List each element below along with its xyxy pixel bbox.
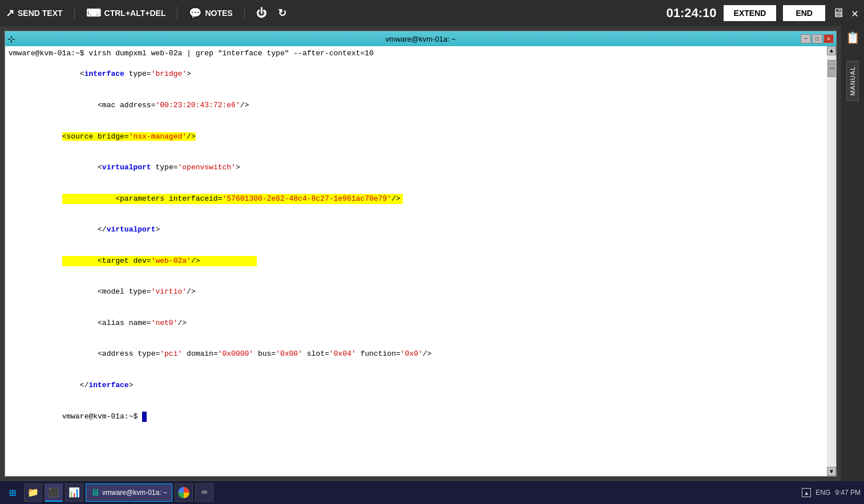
toolbar-sep-1: [74, 6, 75, 20]
send-text-icon: ↗: [6, 7, 14, 19]
scrollbar-grip: [829, 68, 835, 70]
terminal-text[interactable]: vmware@kvm-01a:~$ virsh dumpxml web-02a …: [5, 46, 827, 476]
toolbar-sep-3: [244, 6, 245, 20]
taskbar-vm-button[interactable]: 🖥 vmware@kvm-01a: ~: [86, 483, 172, 502]
terminal-line-6: </virtualport>: [9, 214, 823, 246]
terminal-line-7: <target dev='web-02a'/>: [9, 246, 823, 277]
power-button[interactable]: ⏻: [256, 7, 267, 19]
terminal-line-1: <interface type='bridge'>: [9, 59, 823, 90]
power-icon: ⏻: [256, 7, 267, 19]
refresh-button[interactable]: ↻: [278, 7, 286, 19]
extend-button[interactable]: EXTEND: [724, 5, 777, 21]
vm-titlebar: ⊹ vmware@kvm-01a: ~ − □ ✕: [5, 31, 836, 46]
vm-window-controls: − □ ✕: [801, 34, 834, 43]
refresh-icon: ↻: [278, 7, 286, 19]
keyboard-icon: ⌨: [86, 7, 101, 19]
language-indicator[interactable]: ENG: [815, 489, 830, 497]
terminal-line-8: <model type='virtio'/>: [9, 277, 823, 308]
toolbar: ↗ SEND TEXT ⌨ CTRL+ALT+DEL 💬 NOTES ⏻ ↻ 0…: [0, 0, 864, 26]
terminal-line-11: </interface>: [9, 370, 823, 401]
end-button[interactable]: END: [783, 5, 825, 21]
ctrl-alt-del-label: CTRL+ALT+DEL: [104, 9, 166, 18]
vm-close-button[interactable]: ✕: [823, 34, 834, 43]
scrollbar-down[interactable]: ▼: [827, 467, 836, 476]
taskbar: ⊞ 📁 ⬛ 📊 🖥 vmware@kvm-01a: ~ ⌨ ▲ ENG 9:47…: [0, 481, 864, 504]
monitor-icon[interactable]: 🖥: [832, 6, 845, 21]
sidebar-notebook-icon[interactable]: 📋: [846, 31, 860, 45]
terminal-icon: ⬛: [48, 487, 59, 498]
terminal-scrollbar[interactable]: ▲ ▼: [827, 46, 836, 476]
scrollbar-thumb[interactable]: [827, 60, 835, 77]
notes-icon: 💬: [189, 7, 201, 19]
terminal-line-10: <address type='pci' domain='0x0000' bus=…: [9, 339, 823, 370]
notes-label: NOTES: [205, 9, 232, 18]
toolbar-sep-2: [177, 6, 177, 20]
notes-button[interactable]: 💬 NOTES: [189, 7, 232, 19]
terminal-line-9: <alias name='net0'/>: [9, 308, 823, 339]
system-tray: ▲ ENG 9:47 PM: [802, 488, 861, 497]
send-text-label: SEND TEXT: [18, 9, 63, 18]
terminal-line-cmd: vmware@kvm-01a:~$ virsh dumpxml web-02a …: [9, 48, 823, 59]
terminal-line-5: <parameters interfaceid='57601300-2e82-4…: [9, 183, 823, 214]
task-mgr-icon: 📊: [68, 487, 80, 498]
scrollbar-track[interactable]: [827, 55, 836, 467]
taskbar-vm-label: vmware@kvm-01a: ~: [102, 489, 167, 497]
file-explorer-icon: 📁: [27, 487, 39, 498]
scrollbar-up[interactable]: ▲: [827, 46, 836, 55]
terminal-line-3: <source bridge='nsx-managed'/>: [9, 121, 823, 152]
windows-logo-icon: ⊞: [9, 486, 16, 500]
vm-taskbar-icon: 🖥: [91, 487, 100, 498]
notify-icon[interactable]: ▲: [802, 488, 811, 497]
vm-drag-handle[interactable]: ⊹: [7, 34, 15, 45]
terminal-line-2: <mac address='00:23:20:43:72:e6'/>: [9, 90, 823, 121]
vm-window: ⊹ vmware@kvm-01a: ~ − □ ✕ vmware@kvm-01a…: [5, 31, 837, 477]
taskbar-terminal[interactable]: ⬛: [45, 483, 63, 502]
terminal-prompt: vmware@kvm-01a:~$: [9, 401, 823, 432]
vm-restore-button[interactable]: □: [812, 34, 822, 43]
start-button[interactable]: ⊞: [3, 483, 22, 502]
terminal-content[interactable]: vmware@kvm-01a:~$ virsh dumpxml web-02a …: [5, 46, 836, 476]
ctrl-alt-del-button[interactable]: ⌨ CTRL+ALT+DEL: [86, 7, 166, 19]
taskbar-chrome[interactable]: [175, 483, 193, 502]
toolbar-right: 01:24:10 EXTEND END 🖥 ✕: [667, 5, 858, 21]
send-text-button[interactable]: ↗ SEND TEXT: [6, 7, 63, 19]
vm-minimize-button[interactable]: −: [801, 34, 811, 43]
chrome-icon: [178, 487, 189, 498]
terminal-wrapper: ⊹ vmware@kvm-01a: ~ − □ ✕ vmware@kvm-01a…: [0, 26, 841, 481]
taskbar-keyboard[interactable]: ⌨: [195, 483, 213, 502]
terminal-cursor: [142, 412, 147, 422]
taskbar-task-mgr[interactable]: 📊: [65, 483, 83, 502]
vm-title: vmware@kvm-01a: ~: [385, 35, 455, 43]
session-timer: 01:24:10: [667, 6, 717, 21]
right-sidebar: 📋 MANUAL: [841, 26, 864, 481]
taskbar-file-explorer[interactable]: 📁: [24, 483, 42, 502]
taskbar-time: 9:47 PM: [835, 489, 861, 497]
keyboard-taskbar-icon: ⌨: [201, 487, 207, 498]
close-button[interactable]: ✕: [851, 6, 858, 21]
main-area: ⊹ vmware@kvm-01a: ~ − □ ✕ vmware@kvm-01a…: [0, 26, 864, 481]
terminal-line-4: <virtualport type='openvswitch'>: [9, 152, 823, 184]
sidebar-manual-button[interactable]: MANUAL: [846, 61, 859, 101]
